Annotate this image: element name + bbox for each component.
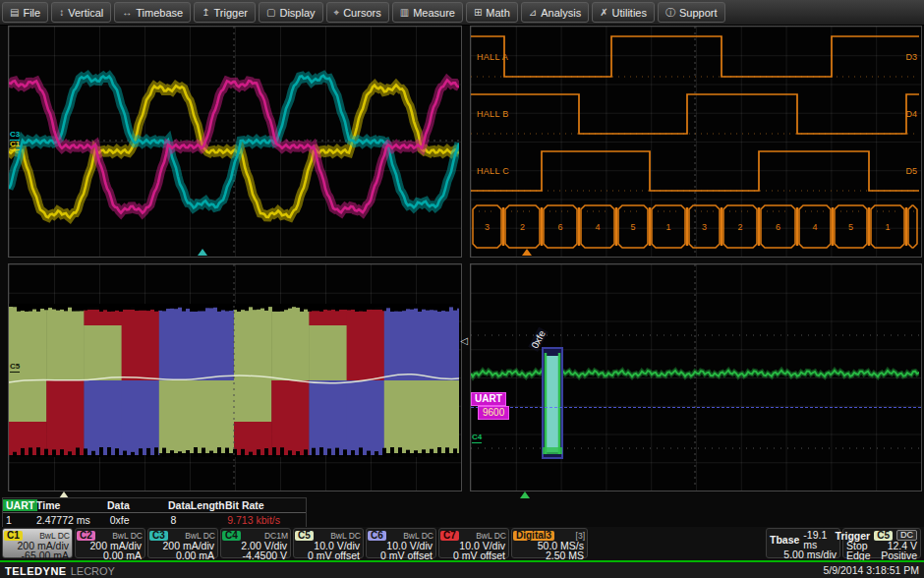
- trigger-icon: ↥: [202, 7, 209, 18]
- c5-zero-marker: C5: [10, 363, 20, 373]
- analog-waveform-panel[interactable]: C3 C1: [8, 26, 462, 258]
- file-icon: ▤: [10, 7, 19, 18]
- svg-text:4: 4: [595, 222, 600, 232]
- offset-value: 0 mV offset: [367, 550, 435, 560]
- analysis-icon: ⊿: [529, 7, 537, 18]
- decode-row[interactable]: 1 2.47772 ms 0xfe 8 9.713 kbit/s: [3, 513, 306, 527]
- menu-label: Measure: [413, 7, 455, 19]
- row-data: 0xfe: [110, 514, 171, 526]
- vertical-icon: ↕: [59, 7, 64, 18]
- col-data: Data: [107, 499, 168, 511]
- trigger-title: Trigger: [836, 531, 871, 541]
- offset-value: -65.00 mA: [3, 550, 72, 560]
- uart-badge-baud: 9600: [478, 406, 509, 420]
- digital3-samples: 2.50 MS: [512, 550, 587, 560]
- channel-desc-c2[interactable]: C2BwL DC200 mA/div0.00 mA: [75, 528, 145, 558]
- svg-text:6: 6: [776, 222, 780, 232]
- coupling-label: BwL DC: [403, 531, 433, 541]
- timebase-icon: ↔: [122, 7, 132, 18]
- digital-group-box[interactable]: Digital3 [3] 50.0 MS/s 2.50 MS: [511, 528, 588, 558]
- menu-trigger-button[interactable]: ↥Trigger: [194, 2, 256, 23]
- uart-decoder-badge[interactable]: UART 9600: [471, 392, 509, 420]
- hall-a-label: HALL A: [477, 52, 508, 62]
- oscilloscope-app: ▤File↕Vertical↔Timebase↥Trigger▢Display⌖…: [0, 0, 924, 578]
- menu-bar: ▤File↕Vertical↔Timebase↥Trigger▢Display⌖…: [0, 0, 924, 26]
- uart-decode-table: UART Time Data DataLength Bit Rate 1 2.4…: [2, 497, 307, 528]
- serial-trigger-marker: [520, 491, 530, 498]
- timebase-box[interactable]: Tbase-19.1 ms 5.00 ms/div 5 MS100 MS/s: [766, 528, 840, 558]
- level-delta-marker: ◁: [460, 335, 468, 346]
- row-index: 1: [3, 514, 32, 526]
- pwm-waveforms: [9, 264, 459, 489]
- c3-chip: C3: [149, 531, 168, 541]
- uart-threshold-line: [471, 407, 921, 408]
- svg-text:5: 5: [630, 222, 635, 232]
- c6-chip: C6: [368, 531, 386, 541]
- coupling-label: DC1M: [264, 531, 288, 541]
- brand-bar: TELEDYNELECROY 5/9/2014 3:18:51 PM: [0, 562, 924, 578]
- menu-vertical-button[interactable]: ↕Vertical: [51, 2, 111, 23]
- menu-cursors-button[interactable]: ⌖Cursors: [326, 2, 389, 23]
- row-length: 8: [170, 514, 227, 526]
- trigger-type: Edge: [846, 550, 871, 560]
- menu-label: File: [23, 7, 40, 19]
- uart-serial-panel[interactable]: UART 9600 0xfe C4: [470, 263, 922, 491]
- menu-timebase-button[interactable]: ↔Timebase: [114, 2, 191, 23]
- channel-desc-c5[interactable]: C5BwL DC10.0 V/div0 mV offset: [293, 528, 364, 558]
- trigger-source-chip: C5: [874, 531, 893, 541]
- trigger-box[interactable]: Trigger C5 DC Stop12.4 V EdgePositive: [842, 528, 921, 558]
- channel-desc-c4[interactable]: C4DC1M2.00 V/div-4.4500 V: [220, 528, 291, 558]
- d5-line-label: D5: [905, 166, 917, 176]
- channel-desc-c1[interactable]: C1BwL DC200 mA/div-65.00 mA: [2, 528, 73, 558]
- cursors-icon: ⌖: [334, 7, 340, 19]
- channel-descriptor-bar: Digital3 [3] 50.0 MS/s 2.50 MS Tbase-19.…: [0, 527, 924, 561]
- c4-chip: C4: [222, 531, 241, 541]
- tbase-title: Tbase: [770, 535, 799, 545]
- d4-line-label: D4: [905, 109, 917, 119]
- menu-measure-button[interactable]: ▥Measure: [392, 2, 463, 23]
- channel-desc-c6[interactable]: C6BwL DC10.0 V/div0 mV offset: [366, 528, 436, 558]
- uart-badge-title: UART: [471, 392, 506, 406]
- svg-text:1: 1: [885, 222, 890, 232]
- c1-chip: C1: [4, 531, 23, 541]
- hall-b-label: HALL B: [477, 109, 508, 119]
- menu-utilities-button[interactable]: ✗Utilities: [592, 2, 655, 23]
- channel-desc-c3[interactable]: C3BwL DC200 mA/div0.00 mA: [147, 528, 218, 558]
- menu-support-button[interactable]: ⓘSupport: [658, 2, 725, 23]
- menu-label: Analysis: [541, 7, 581, 19]
- menu-analysis-button[interactable]: ⊿Analysis: [521, 2, 589, 23]
- coupling-label: BwL DC: [476, 531, 506, 541]
- analog-waveforms: [9, 27, 459, 255]
- svg-text:2: 2: [737, 222, 742, 232]
- menu-label: Timebase: [136, 7, 183, 19]
- support-icon: ⓘ: [665, 6, 675, 20]
- digital-hall-panel[interactable]: 326451326451 HALL A HALL B HALL C D3 D4 …: [470, 26, 922, 258]
- menu-label: Trigger: [214, 7, 248, 19]
- digital3-chip: Digital3: [513, 531, 554, 541]
- channel-desc-c7[interactable]: C7BwL DC10.0 V/div0 mV offset: [438, 528, 509, 558]
- svg-text:3: 3: [702, 222, 707, 232]
- menu-display-button[interactable]: ▢Display: [259, 2, 323, 23]
- offset-value: 0.00 mA: [76, 550, 144, 560]
- brand-name: TELEDYNE: [5, 565, 67, 577]
- c2-chip: C2: [77, 531, 95, 541]
- hall-c-label: HALL C: [477, 166, 509, 176]
- tbase-delay: -19.1 ms: [803, 530, 837, 549]
- menu-label: Vertical: [68, 7, 103, 19]
- svg-text:6: 6: [557, 222, 562, 232]
- offset-value: 0 mV offset: [439, 550, 508, 560]
- pwm-voltage-panel[interactable]: C5 ◁: [8, 263, 462, 491]
- utilities-icon: ✗: [600, 7, 607, 18]
- coupling-label: BwL DC: [185, 531, 215, 541]
- menu-math-button[interactable]: ⊞Math: [466, 2, 518, 23]
- c4-zero-marker: C4: [472, 434, 482, 443]
- coupling-label: BwL DC: [112, 531, 143, 541]
- svg-text:1: 1: [665, 222, 670, 232]
- trigger-position-marker: [198, 249, 207, 256]
- menu-file-button[interactable]: ▤File: [2, 2, 48, 23]
- svg-text:3: 3: [485, 222, 490, 232]
- svg-text:2: 2: [520, 222, 525, 232]
- math-icon: ⊞: [474, 7, 482, 18]
- row-bitrate: 9.713 kbit/s: [227, 514, 306, 526]
- datetime: 5/9/2014 3:18:51 PM: [824, 564, 920, 576]
